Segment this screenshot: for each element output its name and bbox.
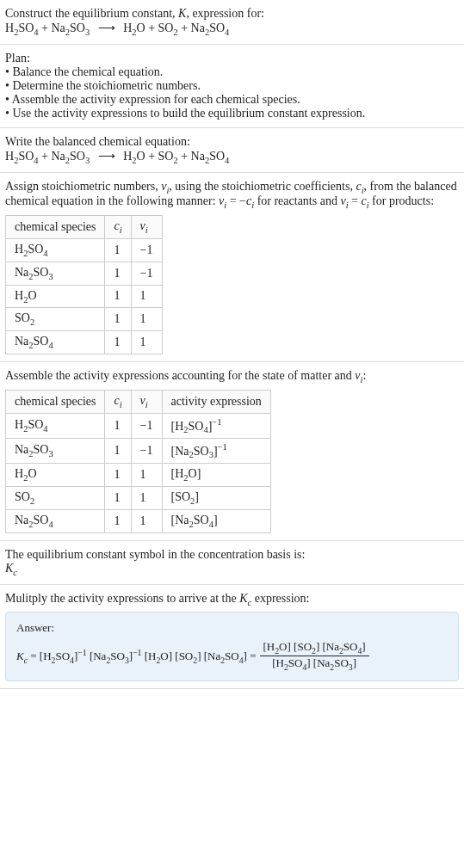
plan-item-3-text: Use the activity expressions to build th…	[12, 107, 365, 120]
kc-symbol: Kc	[5, 562, 459, 577]
cell-vi: −1	[131, 439, 162, 464]
plan-item-2: • Assemble the activity expression for e…	[5, 93, 459, 107]
plan-section: Plan: • Balance the chemical equation. •…	[0, 45, 464, 128]
cell-vi: 1	[131, 510, 162, 533]
kc-expression: Kc = [H2SO4]−1 [Na2SO3]−1 [H2O] [SO2] [N…	[16, 640, 448, 671]
plan-item-2-text: Assemble the activity expression for eac…	[12, 93, 300, 106]
cell-species: H2O	[6, 464, 105, 487]
table-row: Na2SO411	[6, 331, 163, 354]
kc-lhs: Kc = [H2SO4]−1 [Na2SO3]−1 [H2O] [SO2] [N…	[16, 648, 257, 665]
prompt-text-2: , expression for:	[186, 7, 264, 20]
answer-label: Answer:	[16, 621, 448, 635]
cell-ci: 1	[105, 487, 131, 510]
table-row: SO211	[6, 308, 163, 331]
cell-vi: 1	[131, 487, 162, 510]
cell-vi: 1	[131, 464, 162, 487]
cell-species: SO2	[6, 308, 105, 331]
cell-species: SO2	[6, 487, 105, 510]
multiply-intro: Mulitply the activity expressions to arr…	[5, 592, 459, 607]
plan-item-0: • Balance the chemical equation.	[5, 65, 459, 79]
cell-species: H2O	[6, 285, 105, 308]
cell-ci: 1	[105, 308, 131, 331]
prompt-text-1: Construct the equilibrium constant,	[5, 7, 178, 20]
balanced-section: Write the balanced chemical equation: H2…	[0, 128, 464, 173]
col-activity: activity expression	[162, 390, 270, 413]
cell-activity: [H2SO4]−1	[162, 413, 270, 438]
plan-item-1: • Determine the stoichiometric numbers.	[5, 79, 459, 93]
stoich-section: Assign stoichiometric numbers, νi, using…	[0, 173, 464, 362]
activity-section: Assemble the activity expressions accoun…	[0, 362, 464, 541]
table-row: SO211[SO2]	[6, 487, 271, 510]
col-species: chemical species	[6, 216, 105, 239]
cell-species: Na2SO3	[6, 439, 105, 464]
plan-item-1-text: Determine the stoichiometric numbers.	[12, 79, 201, 92]
col-vi: νi	[131, 390, 162, 413]
cell-ci: 1	[105, 238, 131, 262]
cell-vi: −1	[131, 413, 162, 438]
balanced-equation: H2SO4 + Na2SO3 ⟶ H2O + SO2 + Na2SO4	[5, 149, 459, 165]
multiply-section: Mulitply the activity expressions to arr…	[0, 585, 464, 689]
cell-activity: [H2O]	[162, 464, 270, 487]
kc-symbol-intro: The equilibrium constant symbol in the c…	[5, 548, 459, 562]
prompt-line: Construct the equilibrium constant, K, e…	[5, 7, 459, 21]
cell-activity: [Na2SO3]−1	[162, 439, 270, 464]
cell-activity: [SO2]	[162, 487, 270, 510]
cell-activity: [Na2SO4]	[162, 510, 270, 533]
activity-table: chemical species ci νi activity expressi…	[5, 390, 271, 533]
table-row: Na2SO411[Na2SO4]	[6, 510, 271, 533]
plan-item-0-text: Balance the chemical equation.	[12, 65, 163, 78]
table-row: H2SO41−1[H2SO4]−1	[6, 413, 271, 438]
kc-symbol-section: The equilibrium constant symbol in the c…	[0, 541, 464, 585]
cell-vi: 1	[131, 331, 162, 354]
unbalanced-equation: H2SO4 + Na2SO3 ⟶ H2O + SO2 + Na2SO4	[5, 21, 459, 37]
cell-vi: −1	[131, 238, 162, 262]
cell-species: Na2SO3	[6, 262, 105, 285]
cell-ci: 1	[105, 464, 131, 487]
kc-fraction: [H2O] [SO2] [Na2SO4] [H2SO4] [Na2SO3]	[260, 640, 369, 671]
cell-species: H2SO4	[6, 413, 105, 438]
cell-vi: 1	[131, 308, 162, 331]
cell-ci: 1	[105, 331, 131, 354]
cell-vi: 1	[131, 285, 162, 308]
answer-box: Answer: Kc = [H2SO4]−1 [Na2SO3]−1 [H2O] …	[5, 612, 459, 680]
kc-fraction-denominator: [H2SO4] [Na2SO3]	[269, 656, 360, 672]
balanced-title: Write the balanced chemical equation:	[5, 135, 459, 149]
stoich-table: chemical species ci νi H2SO41−1 Na2SO31−…	[5, 215, 163, 354]
col-ci: ci	[105, 216, 131, 239]
plan-item-3: • Use the activity expressions to build …	[5, 107, 459, 120]
table-header-row: chemical species ci νi	[6, 216, 163, 239]
stoich-intro: Assign stoichiometric numbers, νi, using…	[5, 180, 459, 211]
cell-species: Na2SO4	[6, 510, 105, 533]
table-row: Na2SO31−1[Na2SO3]−1	[6, 439, 271, 464]
prompt-section: Construct the equilibrium constant, K, e…	[0, 0, 464, 45]
activity-intro: Assemble the activity expressions accoun…	[5, 369, 459, 385]
cell-species: Na2SO4	[6, 331, 105, 354]
col-ci: ci	[105, 390, 131, 413]
col-species: chemical species	[6, 390, 105, 413]
k-var: K	[178, 7, 186, 20]
cell-ci: 1	[105, 510, 131, 533]
kc-fraction-numerator: [H2O] [SO2] [Na2SO4]	[260, 640, 369, 656]
table-row: Na2SO31−1	[6, 262, 163, 285]
col-vi: νi	[131, 216, 162, 239]
table-row: H2SO41−1	[6, 238, 163, 262]
cell-vi: −1	[131, 262, 162, 285]
cell-ci: 1	[105, 285, 131, 308]
table-row: H2O11	[6, 285, 163, 308]
plan-title: Plan:	[5, 52, 459, 65]
cell-ci: 1	[105, 262, 131, 285]
cell-species: H2SO4	[6, 238, 105, 262]
cell-ci: 1	[105, 439, 131, 464]
table-header-row: chemical species ci νi activity expressi…	[6, 390, 271, 413]
cell-ci: 1	[105, 413, 131, 438]
table-row: H2O11[H2O]	[6, 464, 271, 487]
